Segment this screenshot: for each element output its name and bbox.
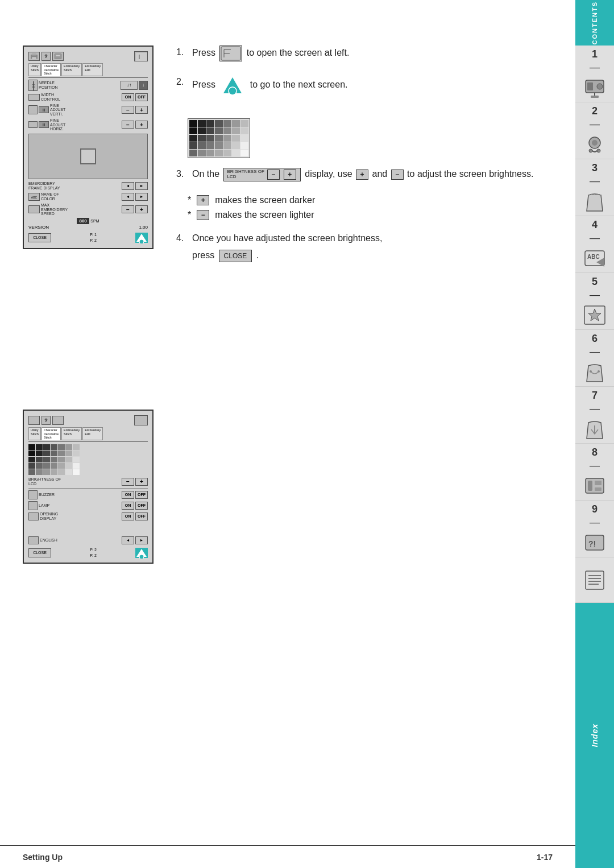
sidebar-tab-1[interactable]: 1 — <box>575 46 614 102</box>
svg-rect-31 <box>136 53 147 61</box>
lcd-needle-controls: ↓↑ ↓ <box>121 81 148 90</box>
sidebar: CONTENTS 1 — 2 — <box>575 0 614 868</box>
lcd2-bottom-row: CLOSE P. 2P. 2 <box>28 547 148 559</box>
step-3-on-the: On the <box>192 169 219 179</box>
lcd2-tab-embroidery: EmbroideryStitch <box>61 427 82 440</box>
tab-2-dash: — <box>590 118 600 130</box>
step-4-text: Once you have adjusted the screen bright… <box>192 232 563 262</box>
step-4-number: 4. <box>176 232 188 245</box>
lcd-close-btn-1[interactable]: CLOSE <box>28 233 51 242</box>
lcd2-brightness-controls: − + <box>122 478 148 486</box>
step-4-close-btn[interactable]: CLOSE <box>219 250 252 262</box>
sidebar-tab-6[interactable]: 6 — <box>575 330 614 387</box>
step-3-plus-btn[interactable]: + <box>356 170 368 180</box>
lcd-adj-h-controls: − + <box>122 121 148 129</box>
lcd2-icon-memory <box>52 416 64 425</box>
tab-5-dash: — <box>590 289 600 301</box>
bullet-2-star: * <box>188 210 191 220</box>
lcd-speed-icon <box>28 205 40 213</box>
step-1-number: 1. <box>176 46 188 59</box>
step-3-and: and <box>372 169 388 179</box>
lcd2-brightness-label: BRIGHTNESS OFLCD <box>28 477 122 486</box>
tab-8-number: 8 <box>592 447 598 458</box>
tab-9-number: 9 <box>592 503 598 515</box>
sidebar-tab-3[interactable]: 3 — <box>575 159 614 216</box>
tab-4-icon: ABC <box>583 246 607 270</box>
sidebar-tab-7[interactable]: 7 — <box>575 387 614 444</box>
bullet-1-text: makes the screen darker <box>215 195 315 205</box>
lcd2-lang-icon <box>28 536 39 544</box>
bullet-1: * + makes the screen darker <box>188 195 563 205</box>
svg-point-14 <box>598 370 600 373</box>
tab-3-dash: — <box>590 175 600 187</box>
step-4-press-line: press CLOSE . <box>192 249 259 262</box>
step-1-button[interactable] <box>219 46 242 61</box>
notes-icon <box>583 568 607 592</box>
step-2-triangle-btn[interactable] <box>221 75 244 96</box>
sidebar-tab-contents[interactable]: CONTENTS <box>575 0 614 46</box>
step-2-press: Press <box>192 80 215 89</box>
lcd2-opening-icon <box>28 512 39 520</box>
lcd2-opening-label: OPENINGDISPLAY <box>40 512 122 520</box>
sidebar-tab-5[interactable]: 5 — <box>575 273 614 330</box>
tab-9-icon: ?! <box>583 531 607 555</box>
lcd2-nav-icon[interactable] <box>135 548 148 558</box>
lcd-speed-controls: − + <box>122 205 148 213</box>
step-1-text2: to open the screen at left. <box>247 48 350 57</box>
sidebar-tab-index[interactable]: Index <box>575 603 614 868</box>
svg-rect-28 <box>32 57 36 59</box>
lcd-icon-printer <box>28 52 40 61</box>
step-3-minus-btn[interactable]: − <box>391 170 404 180</box>
tab-8-dash: — <box>590 460 600 472</box>
tab-7-icon <box>583 417 607 441</box>
lcd2-lamp-icon <box>28 501 38 510</box>
lcd-adj-h-icon <box>28 121 38 128</box>
lcd2-buzzer-label: BUZZER <box>39 493 122 497</box>
lcd-frame-controls: ◄ ► <box>122 182 148 190</box>
tab-9-dash: — <box>590 516 600 528</box>
lcd-tab-character: CharacterDecorativeStitch <box>42 63 61 76</box>
lcd-tab-embroidery: EmbroideryStitch <box>61 63 82 76</box>
lcd-nav-icon-1[interactable] <box>135 233 148 243</box>
lcd2-tab-utility: UtilityStitch <box>28 427 41 440</box>
lcd-width-label: WIDTHCONTROL <box>41 93 122 101</box>
lcd2-tab-character: CharacterDecorativeStitch <box>42 427 61 440</box>
lcd-icon-memory <box>52 52 64 61</box>
bullet-1-star: * <box>188 195 191 205</box>
tab-6-dash: — <box>590 346 600 358</box>
svg-point-8 <box>597 149 600 152</box>
step-4-press: press <box>192 250 214 260</box>
sidebar-tab-4[interactable]: 4 — ABC <box>575 216 614 273</box>
tab-2-number: 2 <box>592 105 598 117</box>
lcd-width-icon <box>28 94 40 101</box>
sidebar-tab-8[interactable]: 8 — <box>575 444 614 501</box>
lcd2-lamp-label: LAMP <box>39 503 122 508</box>
lcd2-close-btn[interactable]: CLOSE <box>28 548 51 557</box>
svg-text:?!: ?! <box>588 539 596 548</box>
sidebar-tab-9[interactable]: 9 — ?! <box>575 501 614 557</box>
svg-rect-18 <box>595 487 601 491</box>
lcd-needle-icon <box>28 80 38 91</box>
lcd-adj-v-icon2: ||| <box>39 106 49 113</box>
step-3-brightness-display: BRIGHTNESS OFLCD − + <box>223 168 300 181</box>
svg-rect-1 <box>587 82 593 90</box>
tab-8-icon <box>583 474 607 498</box>
index-label: Index <box>590 724 599 747</box>
lcd-speed-label: MAXEMBROIDERYSPEED <box>41 203 122 216</box>
step-3-text: On the BRIGHTNESS OFLCD − + display, use… <box>192 167 563 181</box>
step-3: 3. On the BRIGHTNESS OFLCD − + display, … <box>176 167 563 181</box>
lcd-needle-label: NEEDLEPOSITION <box>39 81 121 89</box>
lcd2-page: P. 2P. 2 <box>90 547 97 559</box>
svg-rect-27 <box>32 53 36 56</box>
tab-6-icon <box>583 360 607 384</box>
step-3-number: 3. <box>176 167 188 181</box>
tab-7-number: 7 <box>592 390 598 402</box>
tab-4-dash: — <box>590 232 600 244</box>
lcd-large-area <box>28 134 148 179</box>
lcd-frame-label: EMBROIDERYFRAME DISPLAY <box>28 181 122 190</box>
sidebar-tab-notes[interactable] <box>575 557 614 603</box>
tab-7-dash: — <box>590 403 600 415</box>
svg-rect-4 <box>591 96 599 98</box>
tab-3-number: 3 <box>592 162 598 174</box>
sidebar-tab-2[interactable]: 2 — <box>575 102 614 159</box>
